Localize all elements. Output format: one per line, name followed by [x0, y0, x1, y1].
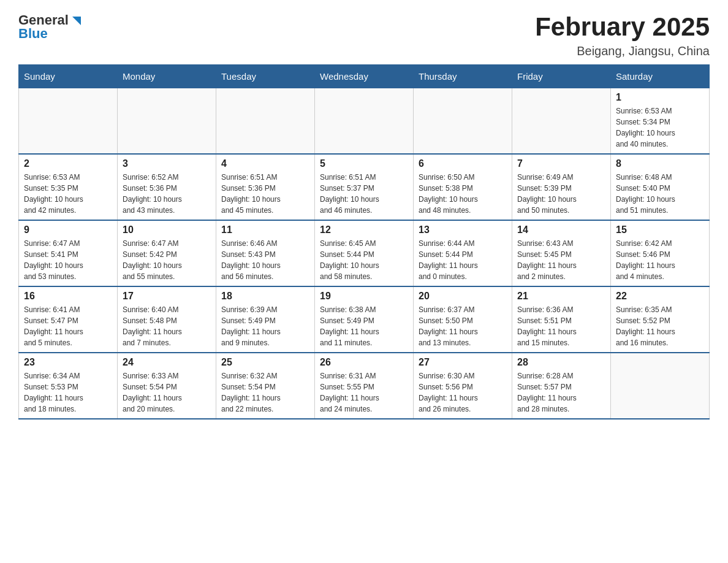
weekday-header-wednesday: Wednesday: [315, 65, 414, 88]
calendar-day-cell: 2Sunrise: 6:53 AM Sunset: 5:35 PM Daylig…: [19, 154, 118, 220]
calendar-week-row: 9Sunrise: 6:47 AM Sunset: 5:41 PM Daylig…: [19, 220, 710, 286]
calendar-day-cell: 5Sunrise: 6:51 AM Sunset: 5:37 PM Daylig…: [315, 154, 414, 220]
day-info: Sunrise: 6:33 AM Sunset: 5:54 PM Dayligh…: [123, 370, 211, 415]
calendar-week-row: 16Sunrise: 6:41 AM Sunset: 5:47 PM Dayli…: [19, 286, 710, 353]
calendar-day-cell: 19Sunrise: 6:38 AM Sunset: 5:49 PM Dayli…: [315, 286, 414, 353]
calendar-day-cell: [216, 88, 315, 155]
weekday-header-sunday: Sunday: [19, 65, 118, 88]
weekday-header-row: SundayMondayTuesdayWednesdayThursdayFrid…: [19, 65, 710, 88]
calendar-day-cell: 7Sunrise: 6:49 AM Sunset: 5:39 PM Daylig…: [512, 154, 611, 220]
day-info: Sunrise: 6:42 AM Sunset: 5:46 PM Dayligh…: [616, 238, 704, 282]
weekday-header-saturday: Saturday: [611, 65, 710, 88]
day-info: Sunrise: 6:34 AM Sunset: 5:53 PM Dayligh…: [24, 370, 112, 415]
calendar-day-cell: 26Sunrise: 6:31 AM Sunset: 5:55 PM Dayli…: [315, 353, 414, 419]
day-number: 23: [24, 357, 112, 368]
day-info: Sunrise: 6:51 AM Sunset: 5:37 PM Dayligh…: [320, 172, 408, 216]
day-number: 6: [419, 158, 507, 169]
day-number: 10: [123, 224, 211, 236]
page-header: General Blue February 2025 Beigang, Jian…: [18, 12, 710, 58]
day-number: 20: [419, 291, 507, 302]
calendar-day-cell: 9Sunrise: 6:47 AM Sunset: 5:41 PM Daylig…: [19, 220, 118, 286]
calendar-day-cell: 20Sunrise: 6:37 AM Sunset: 5:50 PM Dayli…: [414, 286, 512, 353]
svg-marker-0: [72, 17, 81, 25]
day-number: 17: [123, 291, 211, 302]
day-info: Sunrise: 6:36 AM Sunset: 5:51 PM Dayligh…: [517, 304, 605, 348]
day-number: 13: [419, 224, 507, 236]
day-info: Sunrise: 6:51 AM Sunset: 5:36 PM Dayligh…: [221, 172, 309, 216]
day-info: Sunrise: 6:45 AM Sunset: 5:44 PM Dayligh…: [320, 238, 408, 282]
day-info: Sunrise: 6:35 AM Sunset: 5:52 PM Dayligh…: [616, 304, 704, 348]
calendar-day-cell: 8Sunrise: 6:48 AM Sunset: 5:40 PM Daylig…: [611, 154, 710, 220]
calendar-day-cell: 28Sunrise: 6:28 AM Sunset: 5:57 PM Dayli…: [512, 353, 611, 419]
calendar-day-cell: 1Sunrise: 6:53 AM Sunset: 5:34 PM Daylig…: [611, 88, 710, 155]
calendar-day-cell: 22Sunrise: 6:35 AM Sunset: 5:52 PM Dayli…: [611, 286, 710, 353]
weekday-header-tuesday: Tuesday: [216, 65, 315, 88]
day-info: Sunrise: 6:47 AM Sunset: 5:42 PM Dayligh…: [123, 238, 211, 282]
day-info: Sunrise: 6:52 AM Sunset: 5:36 PM Dayligh…: [123, 172, 211, 216]
calendar-day-cell: 15Sunrise: 6:42 AM Sunset: 5:46 PM Dayli…: [611, 220, 710, 286]
day-number: 14: [517, 224, 605, 236]
day-number: 22: [616, 291, 704, 302]
day-info: Sunrise: 6:39 AM Sunset: 5:49 PM Dayligh…: [221, 304, 309, 348]
calendar-day-cell: 27Sunrise: 6:30 AM Sunset: 5:56 PM Dayli…: [414, 353, 512, 419]
day-number: 18: [221, 291, 309, 302]
day-info: Sunrise: 6:44 AM Sunset: 5:44 PM Dayligh…: [419, 238, 507, 282]
calendar-day-cell: [414, 88, 512, 155]
day-number: 24: [123, 357, 211, 368]
weekday-header-monday: Monday: [118, 65, 216, 88]
calendar-day-cell: 6Sunrise: 6:50 AM Sunset: 5:38 PM Daylig…: [414, 154, 512, 220]
calendar-day-cell: 13Sunrise: 6:44 AM Sunset: 5:44 PM Dayli…: [414, 220, 512, 286]
day-info: Sunrise: 6:37 AM Sunset: 5:50 PM Dayligh…: [419, 304, 507, 348]
calendar-day-cell: 11Sunrise: 6:46 AM Sunset: 5:43 PM Dayli…: [216, 220, 315, 286]
title-block: February 2025 Beigang, Jiangsu, China: [535, 12, 710, 58]
calendar-day-cell: 17Sunrise: 6:40 AM Sunset: 5:48 PM Dayli…: [118, 286, 216, 353]
calendar-day-cell: 18Sunrise: 6:39 AM Sunset: 5:49 PM Dayli…: [216, 286, 315, 353]
day-number: 5: [320, 158, 408, 169]
calendar-day-cell: 21Sunrise: 6:36 AM Sunset: 5:51 PM Dayli…: [512, 286, 611, 353]
day-info: Sunrise: 6:30 AM Sunset: 5:56 PM Dayligh…: [419, 370, 507, 415]
day-number: 16: [24, 291, 112, 302]
day-number: 8: [616, 158, 704, 169]
day-number: 2: [24, 158, 112, 169]
day-info: Sunrise: 6:40 AM Sunset: 5:48 PM Dayligh…: [123, 304, 211, 348]
calendar-week-row: 23Sunrise: 6:34 AM Sunset: 5:53 PM Dayli…: [19, 353, 710, 419]
day-info: Sunrise: 6:43 AM Sunset: 5:45 PM Dayligh…: [517, 238, 605, 282]
calendar-table: SundayMondayTuesdayWednesdayThursdayFrid…: [18, 64, 710, 419]
weekday-header-thursday: Thursday: [414, 65, 512, 88]
day-info: Sunrise: 6:32 AM Sunset: 5:54 PM Dayligh…: [221, 370, 309, 415]
calendar-week-row: 2Sunrise: 6:53 AM Sunset: 5:35 PM Daylig…: [19, 154, 710, 220]
calendar-day-cell: 16Sunrise: 6:41 AM Sunset: 5:47 PM Dayli…: [19, 286, 118, 353]
day-number: 19: [320, 291, 408, 302]
day-number: 26: [320, 357, 408, 368]
day-info: Sunrise: 6:53 AM Sunset: 5:35 PM Dayligh…: [24, 172, 112, 216]
day-number: 7: [517, 158, 605, 169]
day-number: 21: [517, 291, 605, 302]
month-title: February 2025: [535, 12, 710, 42]
day-number: 4: [221, 158, 309, 169]
day-number: 3: [123, 158, 211, 169]
calendar-day-cell: 25Sunrise: 6:32 AM Sunset: 5:54 PM Dayli…: [216, 353, 315, 419]
calendar-day-cell: [118, 88, 216, 155]
calendar-day-cell: [19, 88, 118, 155]
day-number: 27: [419, 357, 507, 368]
calendar-day-cell: 12Sunrise: 6:45 AM Sunset: 5:44 PM Dayli…: [315, 220, 414, 286]
day-number: 12: [320, 224, 408, 236]
calendar-day-cell: [512, 88, 611, 155]
calendar-day-cell: 23Sunrise: 6:34 AM Sunset: 5:53 PM Dayli…: [19, 353, 118, 419]
calendar-day-cell: 24Sunrise: 6:33 AM Sunset: 5:54 PM Dayli…: [118, 353, 216, 419]
day-info: Sunrise: 6:31 AM Sunset: 5:55 PM Dayligh…: [320, 370, 408, 415]
calendar-day-cell: 10Sunrise: 6:47 AM Sunset: 5:42 PM Dayli…: [118, 220, 216, 286]
weekday-header-friday: Friday: [512, 65, 611, 88]
day-number: 25: [221, 357, 309, 368]
day-number: 11: [221, 224, 309, 236]
day-info: Sunrise: 6:46 AM Sunset: 5:43 PM Dayligh…: [221, 238, 309, 282]
day-number: 1: [616, 92, 704, 103]
calendar-day-cell: 4Sunrise: 6:51 AM Sunset: 5:36 PM Daylig…: [216, 154, 315, 220]
day-info: Sunrise: 6:48 AM Sunset: 5:40 PM Dayligh…: [616, 172, 704, 216]
day-number: 28: [517, 357, 605, 368]
logo: General Blue: [18, 12, 83, 42]
day-number: 9: [24, 224, 112, 236]
calendar-day-cell: 14Sunrise: 6:43 AM Sunset: 5:45 PM Dayli…: [512, 220, 611, 286]
calendar-day-cell: [315, 88, 414, 155]
day-number: 15: [616, 224, 704, 236]
